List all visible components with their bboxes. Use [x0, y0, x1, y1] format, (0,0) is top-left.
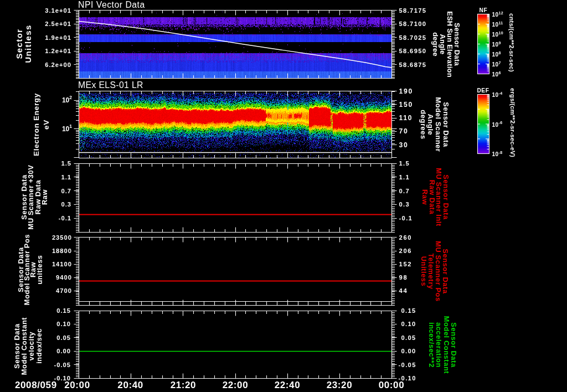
svg-text:Sector: Sector	[14, 28, 24, 59]
svg-text:0.05: 0.05	[401, 334, 416, 341]
svg-text:0.00: 0.00	[56, 348, 71, 354]
svg-text:98: 98	[399, 274, 408, 281]
svg-text:22:00: 22:00	[223, 380, 248, 390]
svg-text:101: 101	[62, 123, 72, 133]
svg-text:1.1: 1.1	[61, 174, 71, 180]
svg-text:21:20: 21:20	[171, 380, 196, 390]
svg-text:NF: NF	[480, 7, 488, 13]
svg-text:-0.05: -0.05	[54, 362, 71, 368]
svg-text:1012: 1012	[492, 11, 504, 18]
svg-text:DEF: DEF	[477, 87, 489, 94]
svg-text:1.1: 1.1	[399, 174, 410, 180]
svg-text:190: 190	[399, 87, 413, 95]
svg-text:23500: 23500	[52, 234, 72, 241]
svg-text:1.2e+01: 1.2e+01	[45, 48, 71, 54]
svg-text:14100: 14100	[52, 261, 72, 267]
svg-text:0.7: 0.7	[399, 188, 410, 194]
svg-text:58.6950: 58.6950	[399, 48, 427, 54]
svg-text:107: 107	[492, 60, 501, 68]
svg-text:9400: 9400	[56, 274, 72, 281]
svg-text:10-8: 10-8	[492, 150, 503, 157]
svg-text:108: 108	[492, 50, 501, 58]
svg-text:Raw: Raw	[40, 189, 49, 205]
svg-text:10-6: 10-6	[492, 121, 503, 128]
svg-text:20:40: 20:40	[117, 380, 143, 390]
svg-text:10-4: 10-4	[492, 91, 503, 98]
svg-text:Unitless: Unitless	[23, 24, 33, 63]
svg-text:58.6875: 58.6875	[399, 61, 427, 68]
svg-text:1011: 1011	[492, 20, 503, 28]
svg-text:58.7025: 58.7025	[399, 34, 427, 41]
svg-text:58.7175: 58.7175	[399, 7, 427, 14]
svg-text:2008/059: 2008/059	[15, 380, 57, 390]
svg-text:Unitless: Unitless	[420, 256, 428, 287]
svg-text:2.5e+01: 2.5e+01	[45, 20, 71, 27]
svg-text:ergs/(cm**2-sr-sec-eV): ergs/(cm**2-sr-sec-eV)	[509, 88, 516, 157]
svg-text:3.1e+01: 3.1e+01	[45, 7, 71, 14]
svg-text:0.05: 0.05	[56, 334, 71, 341]
svg-text:incex/sec**2: incex/sec**2	[427, 322, 436, 368]
svg-text:degrees: degrees	[419, 110, 427, 139]
svg-text:Electron Energy: Electron Energy	[32, 93, 40, 156]
svg-text:1.5: 1.5	[399, 160, 410, 167]
svg-text:index/sec: index/sec	[35, 328, 43, 364]
svg-text:109: 109	[492, 40, 501, 48]
svg-text:30: 30	[399, 141, 409, 149]
svg-text:0.3: 0.3	[61, 201, 71, 208]
svg-text:70: 70	[399, 127, 409, 135]
svg-text:4700: 4700	[56, 287, 72, 294]
svg-text:0.10: 0.10	[56, 321, 71, 327]
svg-text:degree: degree	[431, 32, 440, 56]
svg-text:0.15: 0.15	[401, 307, 416, 314]
svg-text:6.2e+00: 6.2e+00	[45, 61, 71, 68]
svg-text:260: 260	[399, 234, 413, 241]
svg-text:-0.05: -0.05	[399, 362, 416, 368]
svg-text:110: 110	[399, 114, 413, 122]
svg-text:106: 106	[492, 70, 501, 78]
svg-text:1010: 1010	[492, 30, 504, 38]
svg-text:-0.1: -0.1	[59, 215, 71, 221]
svg-text:20:00: 20:00	[64, 380, 90, 390]
svg-text:0.15: 0.15	[56, 307, 71, 314]
svg-text:00:00: 00:00	[379, 380, 404, 390]
svg-text:152: 152	[399, 261, 413, 267]
svg-text:150: 150	[399, 101, 413, 109]
svg-text:58.7100: 58.7100	[399, 20, 427, 27]
svg-text:1.5: 1.5	[61, 160, 71, 167]
svg-text:eV: eV	[42, 120, 50, 130]
svg-text:44: 44	[399, 287, 408, 294]
svg-text:MEx ELS-01 LR: MEx ELS-01 LR	[78, 80, 143, 90]
svg-text:-0.1: -0.1	[399, 215, 413, 221]
svg-text:Raw: Raw	[421, 189, 429, 205]
svg-text:NPI Vector Data: NPI Vector Data	[78, 0, 145, 9]
svg-text:18800: 18800	[52, 247, 72, 254]
svg-text:102: 102	[62, 95, 72, 104]
svg-text:22:40: 22:40	[275, 380, 300, 390]
svg-text:0.00: 0.00	[401, 348, 416, 354]
svg-text:0.10: 0.10	[401, 321, 416, 327]
svg-text:0.7: 0.7	[61, 188, 71, 194]
svg-text:cnts/(cm**2-sr-sec): cnts/(cm**2-sr-sec)	[508, 13, 515, 72]
svg-text:23:20: 23:20	[327, 380, 352, 390]
svg-text:206: 206	[399, 247, 413, 254]
svg-text:1.9e+01: 1.9e+01	[45, 34, 71, 41]
svg-text:0.3: 0.3	[399, 201, 410, 208]
svg-text:unitless: unitless	[35, 255, 44, 284]
